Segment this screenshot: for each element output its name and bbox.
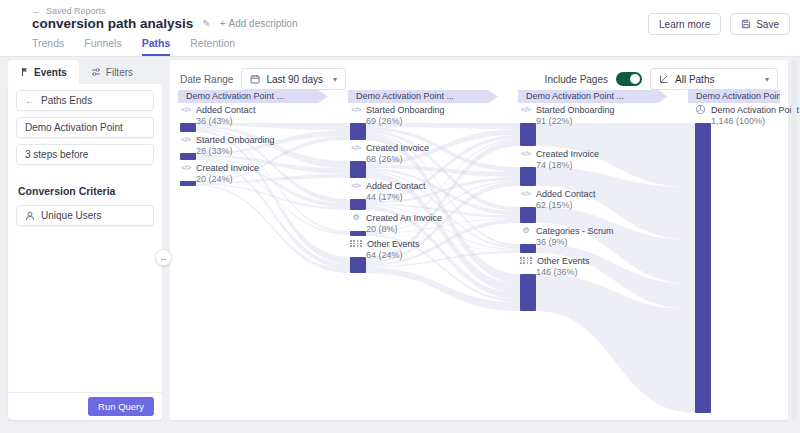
run-query-button[interactable]: Run Query	[88, 397, 154, 416]
path-node-label[interactable]: </>Added Contact36 (43%)	[180, 105, 340, 126]
event-count: 62 (15%)	[536, 200, 680, 210]
path-node-bar[interactable]	[520, 244, 536, 253]
unique-users-box[interactable]: Unique Users	[16, 205, 154, 226]
event-count: 36 (9%)	[536, 237, 680, 247]
conversion-criteria-heading: Conversion Criteria	[18, 185, 154, 197]
path-node-bar[interactable]	[350, 199, 366, 210]
plus-icon: +	[220, 18, 226, 29]
events-flag-icon	[20, 67, 29, 77]
topbar: ← Saved Reports conversion path analysis…	[0, 0, 800, 57]
app: { "icons": { "back_arrow": "\u2190", "pe…	[0, 0, 800, 433]
tab-paths[interactable]: Paths	[142, 37, 171, 56]
event-count: 20 (24%)	[196, 174, 340, 184]
event-name: Other Events	[537, 256, 590, 266]
paths-filter-icon	[659, 74, 669, 84]
path-node-label[interactable]: </>Created Invoice20 (24%)	[180, 163, 340, 184]
code-event-icon: </>	[350, 143, 362, 152]
event-name: Added Contact	[536, 189, 596, 199]
paths-ends-label: Paths Ends	[41, 95, 92, 106]
event-name: Created Invoice	[366, 143, 429, 153]
sidebar-tab-filters-label: Filters	[106, 67, 133, 78]
path-node-bar[interactable]	[350, 257, 366, 273]
tab-funnels[interactable]: Funnels	[84, 37, 121, 56]
event-count: 44 (17%)	[366, 192, 510, 202]
path-node-label[interactable]: ⚙Created An Invoice20 (8%)	[350, 213, 510, 234]
learn-more-button[interactable]: Learn more	[648, 13, 721, 35]
path-node-bar[interactable]	[180, 181, 196, 186]
code-event-icon: </>	[180, 163, 192, 172]
event-name: Created An Invoice	[366, 213, 442, 223]
date-range-select[interactable]: Last 90 days ▾	[241, 68, 346, 90]
paths-ends-box[interactable]: ← Paths Ends	[16, 90, 154, 111]
person-icon	[25, 211, 35, 221]
code-event-icon: </>	[180, 135, 192, 144]
path-node-label[interactable]: Other Events146 (36%)	[520, 256, 680, 277]
event-count: 68 (26%)	[366, 154, 510, 164]
sidebar-tab-events-label: Events	[34, 67, 67, 78]
event-count: 36 (43%)	[196, 116, 340, 126]
column-header-banner: Demo Activation Point ...	[178, 90, 328, 103]
path-node-label[interactable]: </>Created Invoice68 (26%)	[350, 143, 510, 164]
path-node-label[interactable]: </>Started Onboarding91 (22%)	[520, 105, 680, 126]
path-node-label[interactable]: ⚙Categories - Scrum36 (9%)	[520, 226, 680, 247]
sidebar-tab-events[interactable]: Events	[8, 60, 79, 84]
path-node-label[interactable]: </>Started Onboarding28 (33%)	[180, 135, 340, 156]
tab-retention[interactable]: Retention	[190, 37, 235, 56]
calendar-icon	[250, 74, 260, 84]
main-panel: Date Range Last 90 days ▾ Include Pages …	[170, 60, 788, 420]
sidebar-body: ← Paths Ends Demo Activation Point 3 ste…	[8, 84, 162, 420]
back-to-saved-reports[interactable]: ← Saved Reports	[32, 6, 106, 16]
path-node-bar[interactable]	[350, 161, 366, 178]
back-arrow-icon: ←	[32, 6, 41, 16]
column-header-banner: Demo Activation Point ...	[348, 90, 498, 103]
code-event-icon: </>	[520, 149, 532, 158]
path-node-bar[interactable]	[350, 123, 366, 140]
save-button[interactable]: Save	[730, 13, 790, 35]
event-count: 74 (18%)	[536, 160, 680, 170]
event-count: 146 (36%)	[536, 267, 680, 277]
panel-resize-handle[interactable]: ↔	[155, 249, 172, 266]
sidebar: Events Filters ← Paths Ends Demo Activat…	[8, 60, 162, 420]
path-node-bar[interactable]	[520, 207, 536, 223]
path-node-bar[interactable]	[520, 167, 536, 186]
auto-event-icon: ⚙	[350, 213, 362, 222]
path-node-label[interactable]: Other Events64 (24%)	[350, 239, 510, 260]
back-arrow-icon: ←	[25, 95, 35, 106]
event-name: Created Invoice	[536, 149, 599, 159]
event-count: 20 (8%)	[366, 224, 510, 234]
auto-event-icon: ⚙	[520, 226, 532, 235]
path-node-label[interactable]: </>Created Invoice74 (18%)	[520, 149, 680, 170]
path-node-bar[interactable]	[695, 123, 711, 413]
paths-filter-select[interactable]: All Paths ▾	[650, 68, 778, 90]
demo-activation-point-label: Demo Activation Point	[25, 122, 123, 133]
back-label: Saved Reports	[46, 6, 106, 16]
sidebar-tab-filters[interactable]: Filters	[79, 60, 145, 84]
add-description-link[interactable]: + Add description	[220, 18, 298, 29]
grid-events-icon	[520, 257, 533, 264]
grid-events-icon	[350, 240, 363, 247]
steps-before-box[interactable]: 3 steps before	[16, 144, 154, 165]
path-node-bar[interactable]	[520, 123, 536, 146]
path-node-label[interactable]: </>Added Contact62 (15%)	[520, 189, 680, 210]
event-name: Started Onboarding	[366, 105, 445, 115]
path-node-label[interactable]: </>Started Onboarding69 (26%)	[350, 105, 510, 126]
resize-arrows-icon: ↔	[159, 253, 168, 263]
code-event-icon: </>	[520, 105, 532, 114]
filters-sliders-icon	[91, 67, 101, 77]
event-count: 1,146 (100%)	[711, 116, 800, 126]
unique-users-label: Unique Users	[41, 210, 102, 221]
tab-trends[interactable]: Trends	[32, 37, 64, 56]
sidebar-tabs: Events Filters	[8, 60, 162, 84]
demo-activation-point-box[interactable]: Demo Activation Point	[16, 117, 154, 138]
path-node-bar[interactable]	[180, 153, 196, 160]
edit-title-icon[interactable]: ✎	[202, 18, 210, 29]
include-pages-toggle[interactable]	[616, 72, 642, 86]
event-count: 69 (26%)	[366, 116, 510, 126]
vertical-scrollbar[interactable]	[791, 60, 797, 420]
path-node-bar[interactable]	[180, 123, 196, 132]
event-name: Demo Activation Point	[711, 105, 799, 115]
path-node-bar[interactable]	[520, 274, 536, 311]
path-node-label[interactable]: </>Added Contact44 (17%)	[350, 181, 510, 202]
path-node-bar[interactable]	[350, 231, 366, 236]
date-range-value: Last 90 days	[266, 74, 323, 85]
